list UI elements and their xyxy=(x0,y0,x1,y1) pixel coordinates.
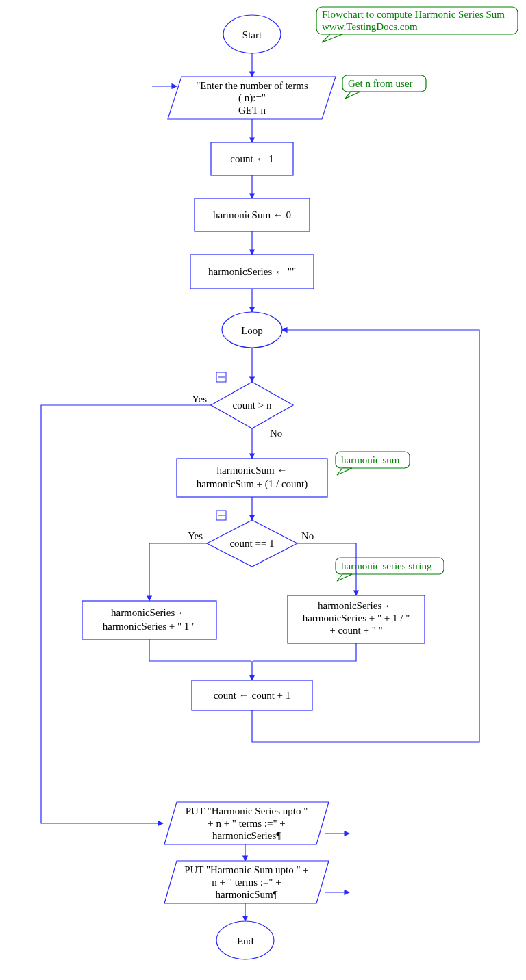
cond2-yes-path xyxy=(149,543,207,601)
assign-hsum-l1: harmonicSum ← xyxy=(217,465,288,476)
output2-l2: n + " terms :=" + xyxy=(212,877,281,888)
sum-note-text: harmonic sum xyxy=(341,454,400,465)
input-line2: ( n):=" xyxy=(238,92,266,104)
assign-left-l2: harmonicSeries + " 1 " xyxy=(103,621,197,632)
cond1-no: No xyxy=(270,428,282,439)
merge-left xyxy=(149,639,251,661)
assign-sum-text: harmonicSum ← 0 xyxy=(213,209,291,220)
output1-l1: PUT "Harmonic Series upto " xyxy=(186,805,308,816)
input-note-text: Get n from user xyxy=(348,78,413,89)
assign-incr-text: count ← count + 1 xyxy=(214,690,291,701)
assign-count-text: count ← 1 xyxy=(230,153,273,164)
series-note-text: harmonic series string xyxy=(341,560,432,571)
decision-countn-text: count > n xyxy=(233,400,272,411)
assign-right-l1: harmonicSeries ← xyxy=(318,600,394,611)
input-note-tail xyxy=(345,92,360,99)
assign-series-text: harmonicSeries ← "" xyxy=(208,266,296,277)
input-line3: GET n xyxy=(238,105,266,116)
sum-note-tail xyxy=(337,468,352,475)
series-note-tail xyxy=(337,574,352,581)
loop-label: Loop xyxy=(241,325,263,336)
cond1-yes: Yes xyxy=(192,394,207,404)
start-label: Start xyxy=(242,29,262,40)
assign-right-l2: harmonicSeries + " + 1 / " xyxy=(303,612,410,623)
title-note-line2: www.TestingDocs.com xyxy=(322,21,418,32)
decision-count1-text: count == 1 xyxy=(229,538,274,549)
assign-hsum-l2: harmonicSum + (1 / count) xyxy=(197,478,308,490)
end-label: End xyxy=(237,936,254,946)
cond2-yes: Yes xyxy=(188,530,203,541)
input-line1: "Enter the number of terms xyxy=(196,80,308,91)
title-note-tail xyxy=(322,34,342,42)
assign-left-l1: harmonicSeries ← xyxy=(111,607,188,618)
output1-l3: harmonicSeries¶ xyxy=(212,830,281,841)
title-note-line1: Flowchart to compute Harmonic Series Sum xyxy=(322,9,505,20)
flowchart-canvas: Flowchart to compute Harmonic Series Sum… xyxy=(0,0,526,980)
merge-right xyxy=(253,643,356,661)
output1-l2: + n + " terms :=" + xyxy=(208,818,286,829)
assign-right-l3: + count + " " xyxy=(329,625,383,636)
cond2-no: No xyxy=(301,530,314,541)
output2-l3: harmonicSum¶ xyxy=(216,889,278,900)
output2-l1: PUT "Harmonic Sum upto " + xyxy=(184,864,309,875)
